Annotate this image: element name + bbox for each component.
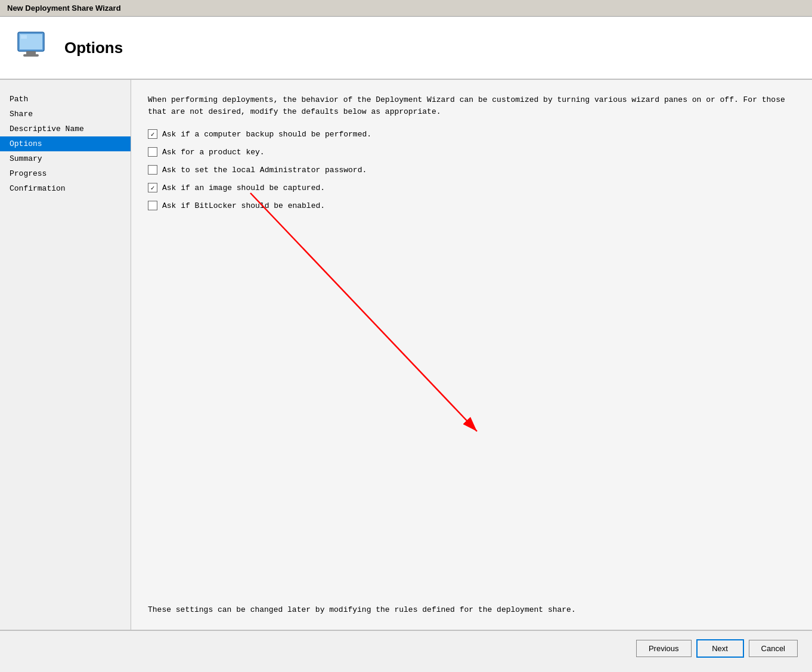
main-content: When performing deployments, the behavio…	[131, 80, 812, 630]
wizard-header: Options	[0, 17, 812, 80]
next-button[interactable]: Next	[696, 639, 744, 658]
option-admin-password-label: Ask to set the local Administrator passw…	[162, 166, 367, 175]
svg-rect-4	[21, 35, 27, 39]
option-capture-image[interactable]: Ask if an image should be captured.	[148, 183, 795, 192]
sidebar-item-progress[interactable]: Progress	[0, 166, 131, 181]
option-capture-image-label: Ask if an image should be captured.	[162, 183, 325, 192]
sidebar: Path Share Descriptive Name Options Summ…	[0, 80, 131, 630]
title-bar: New Deployment Share Wizard	[0, 0, 812, 17]
wizard-body: Path Share Descriptive Name Options Summ…	[0, 80, 812, 630]
checkbox-bitlocker[interactable]	[148, 201, 157, 210]
checkbox-product-key[interactable]	[148, 147, 157, 157]
options-list: Ask if a computer backup should be perfo…	[148, 129, 795, 210]
sidebar-item-share[interactable]: Share	[0, 107, 131, 122]
option-product-key-label: Ask for a product key.	[162, 148, 265, 157]
option-backup[interactable]: Ask if a computer backup should be perfo…	[148, 129, 795, 139]
option-admin-password[interactable]: Ask to set the local Administrator passw…	[148, 165, 795, 175]
option-bitlocker-label: Ask if BitLocker should be enabled.	[162, 201, 325, 210]
option-bitlocker[interactable]: Ask if BitLocker should be enabled.	[148, 201, 795, 210]
wizard-header-icon	[14, 29, 52, 67]
wizard-container: Options Path Share Descriptive Name Opti…	[0, 17, 812, 666]
sidebar-item-descriptive-name[interactable]: Descriptive Name	[0, 122, 131, 136]
svg-rect-2	[26, 51, 36, 54]
sidebar-item-options[interactable]: Options	[0, 136, 131, 151]
wizard-footer: Previous Next Cancel	[0, 630, 812, 666]
svg-rect-3	[23, 54, 39, 57]
sidebar-item-summary[interactable]: Summary	[0, 151, 131, 166]
previous-button[interactable]: Previous	[636, 640, 692, 657]
checkbox-admin-password[interactable]	[148, 165, 157, 175]
checkbox-capture-image[interactable]	[148, 183, 157, 192]
sidebar-item-path[interactable]: Path	[0, 92, 131, 107]
footer-note: These settings can be changed later by m…	[148, 592, 795, 616]
page-title: Options	[64, 39, 123, 57]
cancel-button[interactable]: Cancel	[749, 640, 798, 657]
option-backup-label: Ask if a computer backup should be perfo…	[162, 130, 371, 139]
description-text: When performing deployments, the behavio…	[148, 94, 795, 117]
checkbox-backup[interactable]	[148, 129, 157, 139]
title-bar-text: New Deployment Share Wizard	[7, 4, 121, 13]
option-product-key[interactable]: Ask for a product key.	[148, 147, 795, 157]
sidebar-item-confirmation[interactable]: Confirmation	[0, 181, 131, 196]
